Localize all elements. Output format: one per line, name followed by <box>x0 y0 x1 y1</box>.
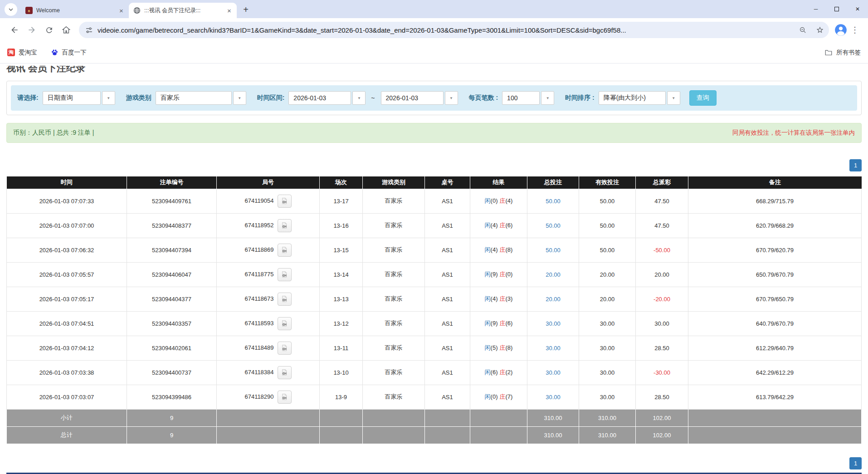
cell-session: 13-16 <box>320 213 363 238</box>
chevron-down-icon[interactable]: ▼ <box>541 91 554 105</box>
video-replay-button[interactable] <box>278 317 292 330</box>
page-1-button[interactable]: 1 <box>849 457 862 469</box>
total-bet-link[interactable]: 50.00 <box>546 222 561 229</box>
tab-welcome[interactable]: ♠ Welcome × <box>21 3 129 18</box>
round-id-text: 674118489 <box>244 344 273 351</box>
browser-window: ♠ Welcome × :::视讯 会员下注纪录::: × + ─ ✕ <box>0 0 868 64</box>
total-bet-link[interactable]: 50.00 <box>546 247 561 254</box>
zoom-button[interactable] <box>796 24 809 36</box>
address-bar[interactable]: videoie.com/game/betrecord_search/kind3?… <box>79 22 829 38</box>
minimize-button[interactable]: ─ <box>805 0 826 18</box>
cell-session: 13-17 <box>320 189 363 213</box>
player-score: (5) <box>491 344 498 351</box>
column-header: 总派彩 <box>636 176 688 189</box>
url-text[interactable]: videoie.com/game/betrecord_search/kind3?… <box>98 26 792 34</box>
chevron-down-icon[interactable]: ▼ <box>102 91 115 105</box>
cell-valid-bet: 20.00 <box>579 287 636 311</box>
video-replay-button[interactable] <box>278 244 292 257</box>
total-cell <box>425 426 470 444</box>
close-window-button[interactable]: ✕ <box>847 0 868 18</box>
bookmark-baidu[interactable]: 百度一下 <box>51 49 87 57</box>
sort-dropdown[interactable]: 降幂(由大到小) ▼ <box>599 91 680 105</box>
chevron-down-icon[interactable]: ▼ <box>667 91 680 105</box>
film-icon <box>281 295 288 303</box>
tab-betrecord[interactable]: :::视讯 会员下注纪录::: × <box>129 3 237 18</box>
table-header-row: 时间注单编号局号场次游戏类别桌号结果总投注有效投注总派彩备注 <box>7 176 862 189</box>
film-icon <box>281 222 288 229</box>
video-replay-button[interactable] <box>278 293 292 306</box>
total-bet-link[interactable]: 30.00 <box>546 345 561 352</box>
new-tab-button[interactable]: + <box>239 3 252 16</box>
video-replay-button[interactable] <box>278 195 292 208</box>
video-replay-button[interactable] <box>278 342 292 355</box>
video-replay-button[interactable] <box>278 366 292 379</box>
page-1-button[interactable]: 1 <box>849 159 862 171</box>
total-bet-link[interactable]: 30.00 <box>546 320 561 327</box>
bookmark-star-button[interactable] <box>814 24 826 36</box>
bookmark-taobao[interactable]: 淘 爱淘宝 <box>7 49 37 57</box>
date-end-dropdown[interactable]: 2026-01-03 ▼ <box>381 91 458 105</box>
maximize-button[interactable] <box>826 0 847 18</box>
cell-round-id: 674118869 <box>217 238 320 262</box>
player-label: 闲 <box>485 369 491 376</box>
profile-avatar[interactable] <box>834 24 847 36</box>
cell-payout: 47.50 <box>636 213 688 238</box>
tab-title: Welcome <box>36 7 114 14</box>
site-settings-tune-icon[interactable] <box>85 26 93 34</box>
banker-score: (8) <box>506 344 513 351</box>
chevron-down-icon[interactable]: ▼ <box>445 91 458 105</box>
page-content: 视讯 会员下注纪录 请选择: 日期查询 ▼ 游戏类别 百家乐 ▼ 时间区间: 2… <box>0 66 868 474</box>
total-bet-link[interactable]: 30.00 <box>546 394 561 401</box>
tab-close-icon[interactable]: × <box>117 7 125 15</box>
tab-close-icon[interactable]: × <box>225 7 233 15</box>
all-bookmarks-button[interactable]: 所有书签 <box>824 49 861 57</box>
window-controls: ─ ✕ <box>805 0 868 18</box>
browser-menu-button[interactable]: ⋮ <box>848 22 862 38</box>
banker-label: 庄 <box>500 197 506 204</box>
total-cell <box>470 426 527 444</box>
page-title: 视讯 会员下注纪录 <box>6 66 862 75</box>
cell-result: 闲(9)庄(6) <box>470 311 527 336</box>
taobao-icon: 淘 <box>7 49 15 56</box>
game-kind-value: 百家乐 <box>156 91 232 105</box>
total-bet-link[interactable]: 20.00 <box>546 271 561 278</box>
cell-result: 闲(9)庄(0) <box>470 262 527 287</box>
total-bet-link[interactable]: 30.00 <box>546 369 561 376</box>
film-icon <box>281 246 288 254</box>
banker-score: (0) <box>506 271 513 278</box>
cell-table: AS1 <box>425 262 470 287</box>
round-id-text: 674118869 <box>244 246 273 253</box>
total-cell <box>688 409 862 426</box>
reload-button[interactable] <box>41 22 57 38</box>
cell-note: 642.29/612.29 <box>688 360 862 385</box>
query-type-dropdown[interactable]: 日期查询 ▼ <box>43 91 115 105</box>
game-kind-dropdown[interactable]: 百家乐 ▼ <box>156 91 246 105</box>
cell-payout: -30.00 <box>636 360 688 385</box>
folder-icon <box>824 49 833 57</box>
video-replay-button[interactable] <box>278 219 292 232</box>
search-button[interactable]: 查询 <box>689 90 717 106</box>
player-score: (9) <box>491 271 498 278</box>
forward-button[interactable] <box>24 22 40 38</box>
per-page-dropdown[interactable]: 100 ▼ <box>502 91 554 105</box>
film-icon <box>281 197 288 205</box>
total-cell: 102.00 <box>636 409 688 426</box>
banker-label: 庄 <box>500 369 506 376</box>
video-replay-button[interactable] <box>278 391 292 404</box>
video-replay-button[interactable] <box>278 268 292 281</box>
chevron-down-icon[interactable]: ▼ <box>233 91 246 105</box>
sort-label: 时间排序 : <box>565 94 595 102</box>
tab-search-button[interactable] <box>5 3 17 16</box>
back-button[interactable] <box>6 22 23 38</box>
total-bet-link[interactable]: 20.00 <box>546 296 561 303</box>
chevron-down-icon[interactable]: ▼ <box>352 91 366 105</box>
per-page-value: 100 <box>502 91 540 105</box>
date-start-dropdown[interactable]: 2026-01-03 ▼ <box>288 91 366 105</box>
cell-valid-bet: 30.00 <box>579 336 636 360</box>
home-button[interactable] <box>58 22 74 38</box>
tab-strip: ♠ Welcome × :::视讯 会员下注纪录::: × + ─ ✕ <box>0 0 868 18</box>
column-header: 游戏类别 <box>363 176 425 189</box>
player-label: 闲 <box>485 271 491 278</box>
tab-title: :::视讯 会员下注纪录::: <box>144 7 222 15</box>
total-bet-link[interactable]: 50.00 <box>546 198 561 205</box>
